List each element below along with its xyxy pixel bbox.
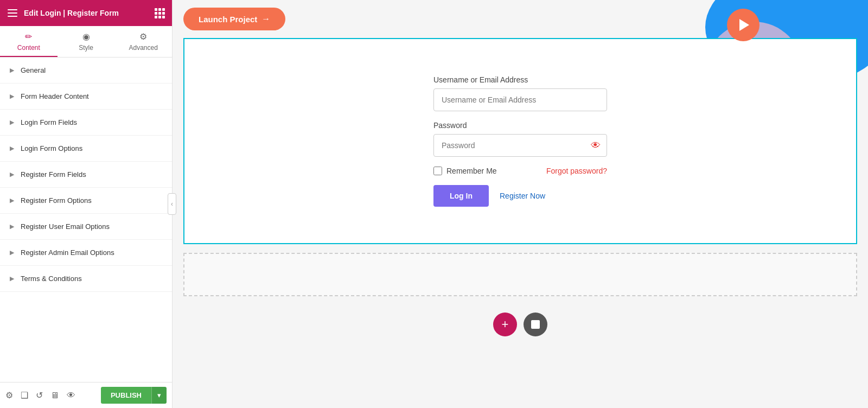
eye-toggle-icon[interactable]: 👁 bbox=[591, 140, 601, 151]
password-label: Password bbox=[433, 121, 607, 130]
top-bar: Launch Project → bbox=[173, 0, 868, 38]
chevron-icon: ▶ bbox=[10, 119, 14, 126]
username-input[interactable] bbox=[433, 88, 607, 111]
empty-drop-zone bbox=[183, 253, 857, 296]
publish-btn-group: PUBLISH ▾ bbox=[101, 387, 167, 404]
tab-content[interactable]: ✏ Content bbox=[0, 26, 58, 57]
chevron-icon: ▶ bbox=[10, 197, 14, 204]
sidebar: Edit Login | Register Form ✏ Content ◉ S… bbox=[0, 0, 173, 408]
advanced-tab-icon: ⚙ bbox=[139, 31, 147, 42]
bottom-icons: ⚙ ❑ ↺ 🖥 👁 bbox=[5, 390, 75, 400]
section-form-header-content[interactable]: ▶ Form Header Content bbox=[0, 84, 172, 110]
chevron-icon: ▶ bbox=[10, 275, 14, 282]
chevron-icon: ▶ bbox=[10, 145, 14, 152]
remember-row: Remember Me Forgot password? bbox=[433, 167, 607, 175]
chevron-icon: ▶ bbox=[10, 67, 14, 74]
hamburger-icon[interactable] bbox=[8, 9, 17, 17]
chevron-icon: ▶ bbox=[10, 223, 14, 230]
username-label: Username or Email Address bbox=[433, 75, 607, 84]
publish-button[interactable]: PUBLISH bbox=[101, 387, 151, 404]
sidebar-title: Edit Login | Register Form bbox=[24, 9, 119, 17]
section-login-form-options-label: Login Form Options bbox=[21, 144, 82, 152]
password-input[interactable] bbox=[433, 134, 607, 157]
play-triangle-icon bbox=[739, 19, 749, 31]
section-login-form-options[interactable]: ▶ Login Form Options bbox=[0, 136, 172, 162]
tab-content-label: Content bbox=[17, 44, 40, 52]
section-general-label: General bbox=[21, 66, 46, 74]
remember-me-label: Remember Me bbox=[446, 167, 497, 175]
login-form: Username or Email Address Password 👁 Re bbox=[433, 75, 607, 207]
desktop-icon[interactable]: 🖥 bbox=[50, 391, 59, 400]
forgot-password-link[interactable]: Forgot password? bbox=[546, 167, 607, 175]
chevron-icon: ▶ bbox=[10, 93, 14, 100]
tab-advanced-label: Advanced bbox=[129, 44, 157, 52]
chevron-icon: ▶ bbox=[10, 171, 14, 178]
section-register-admin-email-options-label: Register Admin Email Options bbox=[21, 248, 114, 257]
register-now-link[interactable]: Register Now bbox=[500, 192, 545, 200]
publish-arrow-button[interactable]: ▾ bbox=[151, 387, 167, 404]
launch-arrow-icon: → bbox=[261, 14, 270, 24]
fab-area: + bbox=[173, 305, 868, 344]
password-wrapper: 👁 bbox=[433, 134, 607, 157]
section-general[interactable]: ▶ General bbox=[0, 58, 172, 84]
sidebar-bottom: ⚙ ❑ ↺ 🖥 👁 PUBLISH ▾ bbox=[0, 382, 172, 408]
remember-me-checkbox[interactable] bbox=[433, 167, 442, 175]
remember-left: Remember Me bbox=[433, 167, 497, 175]
section-form-header-content-label: Form Header Content bbox=[21, 92, 89, 100]
add-section-button[interactable]: + bbox=[493, 313, 517, 336]
sidebar-sections: ▶ General ▶ Form Header Content ▶ Login … bbox=[0, 58, 172, 382]
section-login-form-fields[interactable]: ▶ Login Form Fields bbox=[0, 110, 172, 136]
history-icon[interactable]: ↺ bbox=[36, 390, 43, 400]
launch-project-label: Launch Project bbox=[199, 15, 257, 24]
stop-button[interactable] bbox=[524, 313, 547, 336]
section-register-form-options-label: Register Form Options bbox=[21, 196, 92, 205]
section-register-user-email-options[interactable]: ▶ Register User Email Options bbox=[0, 214, 172, 240]
login-button[interactable]: Log In bbox=[433, 185, 489, 207]
section-register-form-options[interactable]: ▶ Register Form Options bbox=[0, 188, 172, 214]
section-login-form-fields-label: Login Form Fields bbox=[21, 118, 77, 126]
resize-handle[interactable]: ‹ bbox=[168, 193, 176, 215]
section-register-admin-email-options[interactable]: ▶ Register Admin Email Options bbox=[0, 240, 172, 266]
tab-style-label: Style bbox=[79, 44, 93, 52]
eye-icon[interactable]: 👁 bbox=[67, 391, 75, 400]
section-terms-and-conditions[interactable]: ▶ Terms & Conditions bbox=[0, 266, 172, 292]
layers-icon[interactable]: ❑ bbox=[21, 390, 28, 400]
stop-icon bbox=[531, 320, 540, 329]
widget-area: Username or Email Address Password 👁 Re bbox=[183, 38, 857, 244]
tab-advanced[interactable]: ⚙ Advanced bbox=[114, 26, 172, 57]
username-field-group: Username or Email Address bbox=[433, 75, 607, 111]
section-register-form-fields-label: Register Form Fields bbox=[21, 170, 86, 178]
password-field-group: Password 👁 bbox=[433, 121, 607, 157]
grid-icon[interactable] bbox=[155, 8, 164, 18]
settings-icon[interactable]: ⚙ bbox=[5, 390, 13, 400]
sidebar-tabs: ✏ Content ◉ Style ⚙ Advanced bbox=[0, 26, 172, 58]
section-register-user-email-options-label: Register User Email Options bbox=[21, 222, 110, 231]
tab-style[interactable]: ◉ Style bbox=[58, 26, 115, 57]
launch-project-button[interactable]: Launch Project → bbox=[183, 8, 285, 30]
login-widget-container: Username or Email Address Password 👁 Re bbox=[183, 38, 857, 244]
content-tab-icon: ✏ bbox=[25, 31, 32, 42]
section-terms-and-conditions-label: Terms & Conditions bbox=[21, 275, 82, 283]
section-register-form-fields[interactable]: ▶ Register Form Fields bbox=[0, 162, 172, 188]
style-tab-icon: ◉ bbox=[82, 31, 90, 42]
play-button[interactable] bbox=[727, 9, 760, 41]
main-content: Launch Project → Username or Email Addre… bbox=[173, 0, 868, 408]
action-row: Log In Register Now bbox=[433, 185, 607, 207]
sidebar-header: Edit Login | Register Form bbox=[0, 0, 172, 26]
chevron-icon: ▶ bbox=[10, 249, 14, 256]
